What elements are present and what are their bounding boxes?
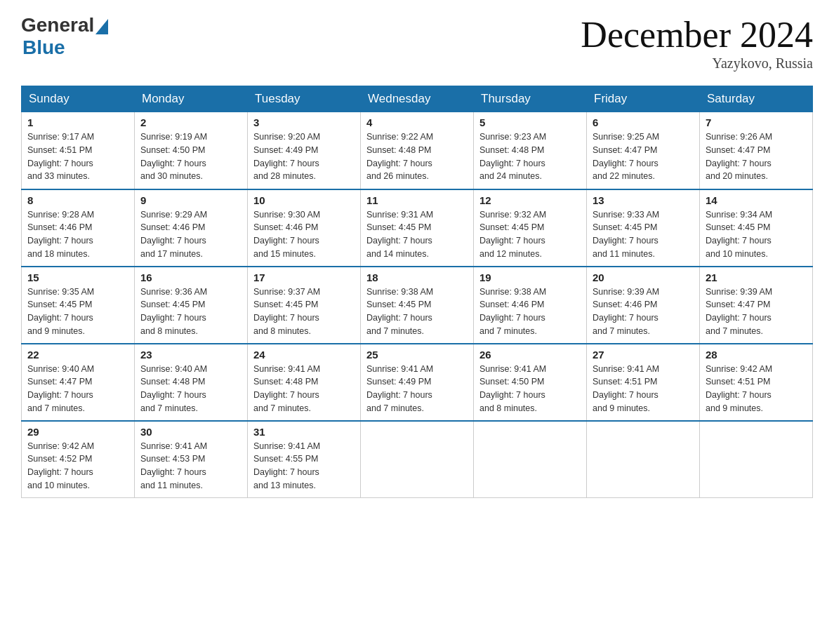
day-info: Sunrise: 9:38 AM Sunset: 4:46 PM Dayligh… bbox=[479, 286, 581, 338]
calendar-cell: 9 Sunrise: 9:29 AM Sunset: 4:46 PM Dayli… bbox=[135, 189, 248, 267]
column-header-friday: Friday bbox=[587, 86, 700, 112]
logo-general-text: General bbox=[21, 14, 94, 36]
day-number: 23 bbox=[140, 349, 241, 361]
day-number: 20 bbox=[593, 271, 694, 283]
day-number: 14 bbox=[706, 194, 807, 206]
day-info: Sunrise: 9:38 AM Sunset: 4:45 PM Dayligh… bbox=[366, 286, 468, 338]
day-info: Sunrise: 9:39 AM Sunset: 4:46 PM Dayligh… bbox=[593, 286, 694, 338]
day-number: 3 bbox=[253, 116, 355, 128]
day-info: Sunrise: 9:41 AM Sunset: 4:53 PM Dayligh… bbox=[140, 440, 241, 492]
calendar-cell: 12 Sunrise: 9:32 AM Sunset: 4:45 PM Dayl… bbox=[474, 189, 587, 267]
calendar-cell: 28 Sunrise: 9:42 AM Sunset: 4:51 PM Dayl… bbox=[700, 344, 813, 421]
logo-blue-text: Blue bbox=[22, 36, 65, 59]
day-number: 9 bbox=[140, 194, 241, 206]
day-info: Sunrise: 9:42 AM Sunset: 4:52 PM Dayligh… bbox=[27, 440, 128, 492]
day-number: 2 bbox=[140, 116, 241, 128]
calendar-cell: 13 Sunrise: 9:33 AM Sunset: 4:45 PM Dayl… bbox=[587, 189, 700, 267]
column-header-saturday: Saturday bbox=[700, 86, 813, 112]
day-number: 16 bbox=[140, 271, 241, 283]
day-info: Sunrise: 9:22 AM Sunset: 4:48 PM Dayligh… bbox=[366, 130, 468, 183]
day-info: Sunrise: 9:19 AM Sunset: 4:50 PM Dayligh… bbox=[140, 130, 241, 183]
calendar-cell: 4 Sunrise: 9:22 AM Sunset: 4:48 PM Dayli… bbox=[361, 112, 474, 189]
title-section: December 2024 Yazykovo, Russia bbox=[581, 14, 813, 72]
calendar-cell: 11 Sunrise: 9:31 AM Sunset: 4:45 PM Dayl… bbox=[361, 189, 474, 267]
column-header-tuesday: Tuesday bbox=[248, 86, 361, 112]
calendar-table: SundayMondayTuesdayWednesdayThursdayFrid… bbox=[21, 86, 813, 498]
day-info: Sunrise: 9:39 AM Sunset: 4:47 PM Dayligh… bbox=[706, 286, 807, 338]
column-header-wednesday: Wednesday bbox=[361, 86, 474, 112]
day-info: Sunrise: 9:32 AM Sunset: 4:45 PM Dayligh… bbox=[479, 208, 581, 261]
calendar-week-row: 22 Sunrise: 9:40 AM Sunset: 4:47 PM Dayl… bbox=[22, 344, 813, 421]
calendar-week-row: 8 Sunrise: 9:28 AM Sunset: 4:46 PM Dayli… bbox=[22, 189, 813, 267]
day-number: 1 bbox=[27, 116, 128, 128]
day-info: Sunrise: 9:42 AM Sunset: 4:51 PM Dayligh… bbox=[706, 363, 807, 415]
calendar-cell: 23 Sunrise: 9:40 AM Sunset: 4:48 PM Dayl… bbox=[135, 344, 248, 421]
logo-triangle-icon bbox=[95, 19, 108, 34]
day-info: Sunrise: 9:41 AM Sunset: 4:50 PM Dayligh… bbox=[479, 363, 581, 415]
day-number: 27 bbox=[593, 349, 694, 361]
day-number: 29 bbox=[27, 426, 128, 438]
calendar-week-row: 29 Sunrise: 9:42 AM Sunset: 4:52 PM Dayl… bbox=[22, 421, 813, 498]
calendar-cell: 10 Sunrise: 9:30 AM Sunset: 4:46 PM Dayl… bbox=[248, 189, 361, 267]
calendar-cell: 20 Sunrise: 9:39 AM Sunset: 4:46 PM Dayl… bbox=[587, 267, 700, 344]
day-info: Sunrise: 9:23 AM Sunset: 4:48 PM Dayligh… bbox=[479, 130, 581, 183]
page-header: General Blue December 2024 Yazykovo, Rus… bbox=[21, 14, 813, 72]
calendar-cell: 15 Sunrise: 9:35 AM Sunset: 4:45 PM Dayl… bbox=[22, 267, 135, 344]
column-header-sunday: Sunday bbox=[22, 86, 135, 112]
day-number: 21 bbox=[706, 271, 807, 283]
calendar-cell: 29 Sunrise: 9:42 AM Sunset: 4:52 PM Dayl… bbox=[22, 421, 135, 498]
day-number: 19 bbox=[479, 271, 581, 283]
day-number: 12 bbox=[479, 194, 581, 206]
day-number: 28 bbox=[706, 349, 807, 361]
calendar-cell: 3 Sunrise: 9:20 AM Sunset: 4:49 PM Dayli… bbox=[248, 112, 361, 189]
calendar-cell: 25 Sunrise: 9:41 AM Sunset: 4:49 PM Dayl… bbox=[361, 344, 474, 421]
calendar-week-row: 15 Sunrise: 9:35 AM Sunset: 4:45 PM Dayl… bbox=[22, 267, 813, 344]
calendar-cell: 21 Sunrise: 9:39 AM Sunset: 4:47 PM Dayl… bbox=[700, 267, 813, 344]
day-number: 10 bbox=[253, 194, 355, 206]
calendar-cell: 18 Sunrise: 9:38 AM Sunset: 4:45 PM Dayl… bbox=[361, 267, 474, 344]
day-info: Sunrise: 9:33 AM Sunset: 4:45 PM Dayligh… bbox=[593, 208, 694, 261]
calendar-week-row: 1 Sunrise: 9:17 AM Sunset: 4:51 PM Dayli… bbox=[22, 112, 813, 189]
calendar-cell: 30 Sunrise: 9:41 AM Sunset: 4:53 PM Dayl… bbox=[135, 421, 248, 498]
calendar-cell: 6 Sunrise: 9:25 AM Sunset: 4:47 PM Dayli… bbox=[587, 112, 700, 189]
calendar-cell: 5 Sunrise: 9:23 AM Sunset: 4:48 PM Dayli… bbox=[474, 112, 587, 189]
day-info: Sunrise: 9:40 AM Sunset: 4:48 PM Dayligh… bbox=[140, 363, 241, 415]
day-number: 5 bbox=[479, 116, 581, 128]
day-info: Sunrise: 9:41 AM Sunset: 4:48 PM Dayligh… bbox=[253, 363, 355, 415]
calendar-cell bbox=[700, 421, 813, 498]
location-text: Yazykovo, Russia bbox=[581, 55, 813, 72]
calendar-cell: 27 Sunrise: 9:41 AM Sunset: 4:51 PM Dayl… bbox=[587, 344, 700, 421]
day-number: 25 bbox=[366, 349, 468, 361]
calendar-cell: 1 Sunrise: 9:17 AM Sunset: 4:51 PM Dayli… bbox=[22, 112, 135, 189]
day-number: 8 bbox=[27, 194, 128, 206]
calendar-cell: 2 Sunrise: 9:19 AM Sunset: 4:50 PM Dayli… bbox=[135, 112, 248, 189]
day-info: Sunrise: 9:17 AM Sunset: 4:51 PM Dayligh… bbox=[27, 130, 128, 183]
day-info: Sunrise: 9:37 AM Sunset: 4:45 PM Dayligh… bbox=[253, 286, 355, 338]
day-info: Sunrise: 9:36 AM Sunset: 4:45 PM Dayligh… bbox=[140, 286, 241, 338]
day-info: Sunrise: 9:31 AM Sunset: 4:45 PM Dayligh… bbox=[366, 208, 468, 261]
day-number: 7 bbox=[706, 116, 807, 128]
calendar-cell: 31 Sunrise: 9:41 AM Sunset: 4:55 PM Dayl… bbox=[248, 421, 361, 498]
calendar-cell: 19 Sunrise: 9:38 AM Sunset: 4:46 PM Dayl… bbox=[474, 267, 587, 344]
calendar-cell: 14 Sunrise: 9:34 AM Sunset: 4:45 PM Dayl… bbox=[700, 189, 813, 267]
day-info: Sunrise: 9:41 AM Sunset: 4:51 PM Dayligh… bbox=[593, 363, 694, 415]
calendar-cell: 8 Sunrise: 9:28 AM Sunset: 4:46 PM Dayli… bbox=[22, 189, 135, 267]
calendar-header-row: SundayMondayTuesdayWednesdayThursdayFrid… bbox=[22, 86, 813, 112]
column-header-monday: Monday bbox=[135, 86, 248, 112]
day-info: Sunrise: 9:34 AM Sunset: 4:45 PM Dayligh… bbox=[706, 208, 807, 261]
day-number: 30 bbox=[140, 426, 241, 438]
day-number: 26 bbox=[479, 349, 581, 361]
calendar-cell: 16 Sunrise: 9:36 AM Sunset: 4:45 PM Dayl… bbox=[135, 267, 248, 344]
day-info: Sunrise: 9:41 AM Sunset: 4:55 PM Dayligh… bbox=[253, 440, 355, 492]
day-number: 15 bbox=[27, 271, 128, 283]
calendar-cell: 26 Sunrise: 9:41 AM Sunset: 4:50 PM Dayl… bbox=[474, 344, 587, 421]
day-number: 4 bbox=[366, 116, 468, 128]
day-number: 24 bbox=[253, 349, 355, 361]
day-info: Sunrise: 9:28 AM Sunset: 4:46 PM Dayligh… bbox=[27, 208, 128, 261]
day-number: 31 bbox=[253, 426, 355, 438]
column-header-thursday: Thursday bbox=[474, 86, 587, 112]
day-number: 18 bbox=[366, 271, 468, 283]
day-info: Sunrise: 9:20 AM Sunset: 4:49 PM Dayligh… bbox=[253, 130, 355, 183]
calendar-cell bbox=[474, 421, 587, 498]
day-info: Sunrise: 9:35 AM Sunset: 4:45 PM Dayligh… bbox=[27, 286, 128, 338]
